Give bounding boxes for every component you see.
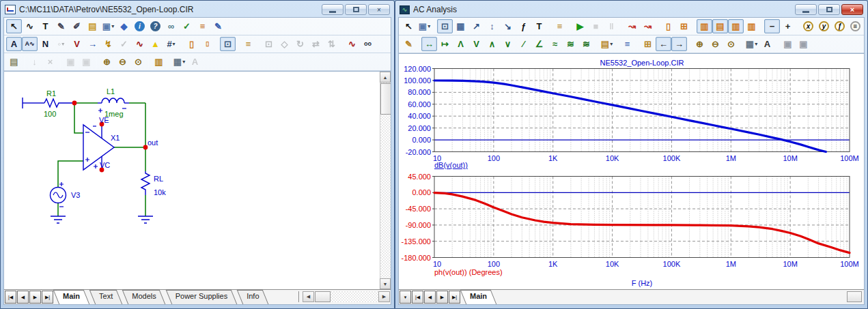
title-block-toggle[interactable]: ▯	[199, 37, 215, 51]
grid-toggle[interactable]: #▾	[163, 37, 179, 51]
point-to-point-tool[interactable]: ✐	[69, 19, 85, 33]
help-tool[interactable]: ?	[148, 19, 163, 33]
font-button[interactable]: A	[759, 37, 775, 51]
flip-vertical-tool[interactable]: ⇅	[324, 37, 339, 51]
page-nav-button-3[interactable]: ▶|	[42, 291, 53, 304]
close-button[interactable]: ×	[841, 4, 863, 15]
tab-power-supplies[interactable]: Power Supplies	[166, 290, 237, 304]
high-button[interactable]: ∧	[484, 37, 500, 51]
annotate-sheet-tool[interactable]: ✎	[210, 19, 226, 33]
zoom-vertical-button[interactable]: ↕	[484, 19, 500, 33]
analysis-titlebar[interactable]: ∿ AC Analysis ×	[398, 2, 865, 17]
border-rows-tool[interactable]: ≡	[195, 19, 210, 33]
state-variables-button[interactable]: ⊞	[640, 37, 656, 51]
component-menu-button[interactable]: ▣▾	[417, 19, 432, 33]
restore-button[interactable]	[345, 4, 367, 15]
flip-horizontal-tool[interactable]: ⇄	[308, 37, 324, 51]
minimize-button[interactable]	[322, 4, 344, 15]
copy-graph-button[interactable]: ▤▾	[599, 37, 615, 51]
voltage-display-toggle[interactable]: V	[69, 37, 85, 51]
current-display-toggle[interactable]: →	[85, 37, 100, 51]
tab-main[interactable]: Main	[460, 290, 496, 304]
page-nav-button-4[interactable]: ▶|	[449, 291, 460, 304]
close-button[interactable]: ×	[368, 4, 390, 15]
find-waveform-tool[interactable]: ∿	[344, 37, 360, 51]
wire-mode-tool[interactable]: ∿	[22, 19, 38, 33]
power-display-toggle[interactable]: ↯	[100, 37, 116, 51]
zoom-out-button[interactable]: ⊖	[115, 55, 130, 69]
hscroll-thumb[interactable]	[315, 291, 331, 302]
tab-text[interactable]: Text	[89, 290, 122, 304]
zoom-out-button[interactable]: ⊖	[708, 37, 723, 51]
polygon-tool[interactable]: ◇	[277, 37, 292, 51]
zoom-scale-button[interactable]: ⊙	[130, 55, 146, 69]
node-numbers-toggle[interactable]: N	[38, 37, 53, 51]
low-button[interactable]: ∨	[500, 37, 516, 51]
slope-warning-toggle[interactable]: ▲	[148, 37, 163, 51]
close-item-button[interactable]: ×	[42, 55, 58, 69]
peak-button[interactable]: Λ	[453, 37, 468, 51]
condition-display-toggle[interactable]: ✓	[116, 37, 132, 51]
send-back-button[interactable]: ▣	[796, 37, 811, 51]
page-nav-button-0[interactable]: ▾	[400, 291, 411, 304]
border-display-toggle[interactable]: ▯	[184, 37, 199, 51]
data-labels-button[interactable]: ⊞	[676, 19, 692, 33]
scroll-down-button[interactable]: ▼	[380, 278, 391, 289]
edit-button[interactable]: ✎	[401, 37, 417, 51]
hscroll-track[interactable]	[331, 291, 378, 302]
panel-stripe-left-button[interactable]: ▥	[697, 19, 712, 33]
flag-tool[interactable]: ◆	[116, 19, 132, 33]
top-bottom-button[interactable]: ≋	[578, 37, 594, 51]
link-tool[interactable]: ∞	[163, 19, 179, 33]
vertical-scrollbar[interactable]: ▲ ▼	[380, 72, 391, 289]
gain-curve-label[interactable]: dB(v(out))	[434, 161, 468, 169]
bring-front-button[interactable]: ▣	[780, 37, 796, 51]
data-points-button[interactable]: ↝	[624, 19, 640, 33]
pause-button[interactable]: ‖	[604, 19, 619, 33]
scale-mode-button[interactable]: ⊡	[437, 19, 453, 33]
tab-main[interactable]: Main	[53, 290, 89, 304]
select-tool[interactable]: ↖	[401, 19, 417, 33]
component-select-tool[interactable]: ▣▾	[100, 19, 116, 33]
ruler-box-button[interactable]: ▯	[660, 19, 676, 33]
scroll-up-button[interactable]: ▲	[380, 72, 391, 83]
hscroll-thumb[interactable]	[847, 291, 862, 302]
cursor-right-button[interactable]: →	[671, 37, 687, 51]
tab-info[interactable]: Info	[237, 290, 268, 304]
attribute-text-toggle[interactable]: A	[6, 37, 22, 51]
bring-to-front-button[interactable]: ▣	[63, 55, 79, 69]
tile-windows-button[interactable]: ▦▾	[171, 55, 187, 69]
page-nav-button-2[interactable]: ◀	[424, 291, 436, 304]
graph-pan-button[interactable]: ▦	[453, 19, 468, 33]
properties-button[interactable]: ≡	[552, 19, 568, 33]
restore-button[interactable]	[818, 4, 840, 15]
tab-models[interactable]: Models	[122, 290, 165, 304]
rotate-tool[interactable]: ↻	[292, 37, 308, 51]
gain-plot[interactable]: 120.000100.00080.00060.00040.00020.0000.…	[400, 66, 863, 170]
pin-connections-toggle[interactable]: ∿	[132, 37, 148, 51]
cursor-left-button[interactable]: ←	[656, 37, 671, 51]
curve-step-button[interactable]: ↝	[640, 19, 656, 33]
next-point-button[interactable]: ↦	[437, 37, 453, 51]
hscroll-left-button[interactable]: ◀	[303, 291, 314, 302]
zoom-in-button[interactable]: ⊕	[99, 55, 115, 69]
page-nav-button-0[interactable]: |◀	[5, 291, 16, 304]
fx-settings-button[interactable]: ƒ	[832, 19, 848, 33]
info-page-button[interactable]: ▤	[6, 55, 22, 69]
x-axis-settings-button[interactable]: x	[800, 19, 816, 33]
minimize-button[interactable]	[795, 4, 817, 15]
zoom-scale-button[interactable]: ⊙	[723, 37, 739, 51]
zoom-corner-button[interactable]: ↘	[500, 19, 516, 33]
global-low-button[interactable]: ≋	[563, 37, 578, 51]
stop-button[interactable]: ■	[588, 19, 604, 33]
zoom-in-button[interactable]: ⊕	[692, 37, 708, 51]
attributes-dialog-tool[interactable]: ≡	[240, 37, 256, 51]
panel-stripe-plain-button[interactable]: ▥	[744, 19, 759, 33]
slope-button[interactable]: ⁄	[516, 37, 531, 51]
tile-button[interactable]: ▦▾	[744, 37, 759, 51]
text-button[interactable]: T	[531, 19, 547, 33]
select-border-mode[interactable]: ⊡	[220, 37, 236, 51]
valley-button[interactable]: V	[468, 37, 484, 51]
page-nav-button-2[interactable]: ▶	[29, 291, 41, 304]
phase-plot[interactable]: 45.0000.000-45.000-90.000-135.000-180.00…	[400, 171, 863, 276]
